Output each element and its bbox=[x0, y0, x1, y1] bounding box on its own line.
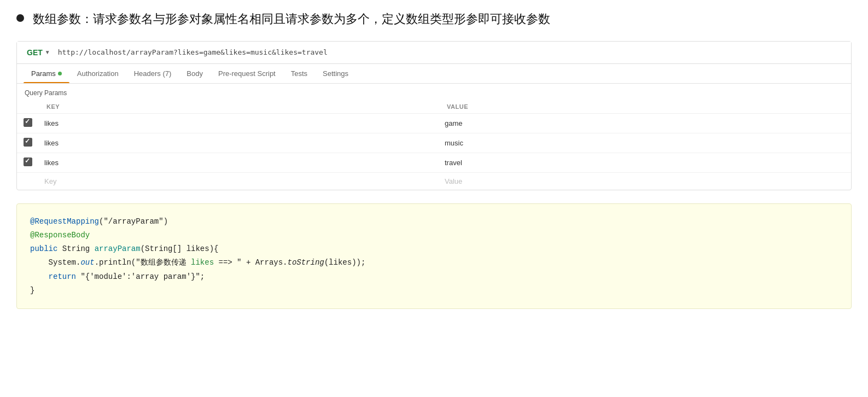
col-key-header: KEY bbox=[39, 100, 439, 114]
tabs-bar: Params Authorization Headers (7) Body Pr… bbox=[17, 64, 851, 84]
row3-key[interactable]: likes bbox=[39, 153, 439, 172]
tab-authorization-label: Authorization bbox=[77, 69, 119, 78]
chevron-down-icon: ▼ bbox=[45, 49, 50, 55]
code-closing-brace: } bbox=[30, 286, 34, 295]
header-text: 数组参数：请求参数名与形参对象属性名相同且请求参数为多个，定义数组类型形参即可接… bbox=[33, 11, 550, 28]
table-row: likes music bbox=[17, 133, 851, 153]
request-panel: GET ▼ Params Authorization Headers (7) B… bbox=[16, 41, 852, 190]
tab-authorization[interactable]: Authorization bbox=[69, 64, 126, 83]
row1-value[interactable]: game bbox=[439, 113, 851, 133]
params-table: KEY VALUE likes game likes music likes t… bbox=[17, 100, 851, 190]
row3-value[interactable]: travel bbox=[439, 153, 851, 172]
tab-pre-request-script[interactable]: Pre-request Script bbox=[211, 64, 283, 83]
code-line-2: @ResponseBody bbox=[30, 229, 838, 242]
code-params: (String[] likes){ bbox=[141, 244, 219, 253]
bullet-point bbox=[16, 14, 24, 22]
tab-body-label: Body bbox=[187, 69, 203, 78]
code-line-3: public String arrayParam(String[] likes)… bbox=[30, 242, 838, 256]
code-return-keyword: return bbox=[30, 272, 76, 281]
table-row-empty: Key Value bbox=[17, 172, 851, 190]
code-println: .println("数组参数传递 bbox=[95, 258, 191, 267]
tab-body[interactable]: Body bbox=[179, 64, 211, 83]
page-header: 数组参数：请求参数名与形参对象属性名相同且请求参数为多个，定义数组类型形参即可接… bbox=[16, 11, 852, 28]
method-label: GET bbox=[27, 48, 43, 57]
code-return-value: "{'module':'array param'}"; bbox=[76, 272, 205, 281]
row1-checkbox[interactable] bbox=[24, 118, 32, 127]
tab-params-label: Params bbox=[31, 69, 56, 78]
tab-headers[interactable]: Headers (7) bbox=[126, 64, 179, 83]
code-block: @RequestMapping("/arrayParam") @Response… bbox=[16, 203, 852, 309]
code-out-keyword: out bbox=[80, 258, 94, 267]
code-tostring-method: toString bbox=[288, 258, 324, 267]
code-tostring-call: (likes)); bbox=[324, 258, 366, 267]
row2-checkbox[interactable] bbox=[24, 138, 32, 147]
row2-key[interactable]: likes bbox=[39, 133, 439, 153]
row3-checkbox[interactable] bbox=[24, 157, 32, 166]
code-line-1: @RequestMapping("/arrayParam") bbox=[30, 215, 838, 229]
code-keyword-public: public bbox=[30, 244, 57, 253]
col-value-header: VALUE bbox=[439, 100, 851, 114]
table-row: likes travel bbox=[17, 153, 851, 172]
code-method-name: arrayParam bbox=[95, 244, 141, 253]
tab-params-dot bbox=[58, 72, 62, 75]
row1-key[interactable]: likes bbox=[39, 113, 439, 133]
tab-settings-label: Settings bbox=[323, 69, 348, 78]
code-line-6: } bbox=[30, 284, 838, 297]
col-checkbox-header bbox=[17, 100, 39, 114]
row2-value[interactable]: music bbox=[439, 133, 851, 153]
tab-settings[interactable]: Settings bbox=[315, 64, 356, 83]
code-likes-var: likes bbox=[191, 258, 214, 267]
query-params-label: Query Params bbox=[17, 84, 851, 100]
tab-tests-label: Tests bbox=[291, 69, 307, 78]
tab-pre-request-script-label: Pre-request Script bbox=[218, 69, 276, 78]
code-annotation-responsebody: @ResponseBody bbox=[30, 231, 90, 240]
tab-params[interactable]: Params bbox=[24, 64, 69, 83]
code-line-4: System.out.println("数组参数传递 likes ==> " +… bbox=[30, 256, 838, 270]
empty-value-placeholder[interactable]: Value bbox=[439, 172, 851, 190]
code-arrow: ==> " + Arrays. bbox=[214, 258, 287, 267]
url-bar: GET ▼ bbox=[17, 42, 851, 64]
method-selector[interactable]: GET ▼ bbox=[24, 46, 54, 59]
tab-headers-label: Headers (7) bbox=[134, 69, 172, 78]
table-row: likes game bbox=[17, 113, 851, 133]
url-input[interactable] bbox=[58, 48, 844, 56]
code-annotation-requestmapping-value: ("/arrayParam") bbox=[99, 217, 168, 226]
code-keyword-string: String bbox=[57, 244, 94, 253]
tab-tests[interactable]: Tests bbox=[283, 64, 315, 83]
code-line-5: return "{'module':'array param'}"; bbox=[30, 270, 838, 284]
code-system-out: System. bbox=[30, 258, 80, 267]
code-annotation-requestmapping: @RequestMapping bbox=[30, 217, 99, 226]
empty-key-placeholder[interactable]: Key bbox=[39, 172, 439, 190]
